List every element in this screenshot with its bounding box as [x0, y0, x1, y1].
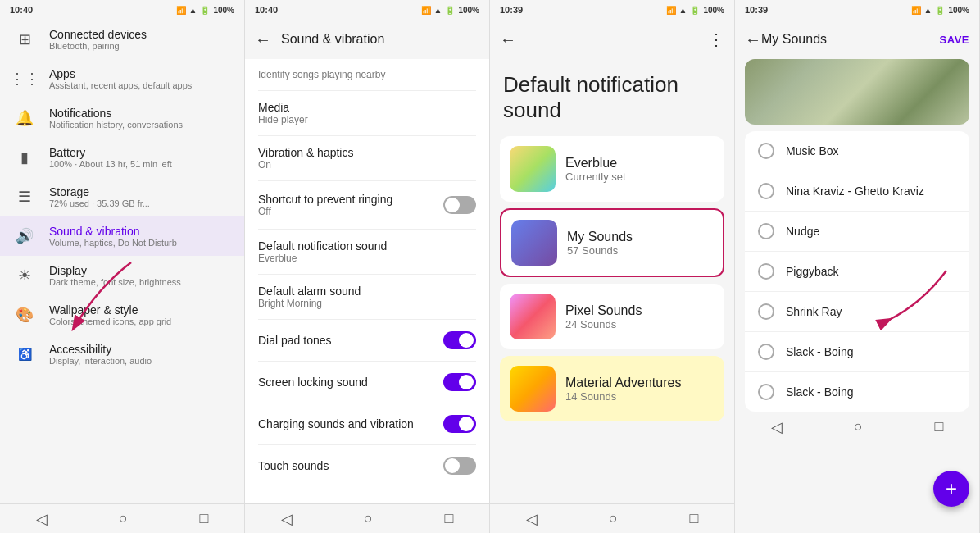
bottom-nav-1: ◁ ○ □ [0, 503, 244, 533]
touch-toggle[interactable] [443, 457, 476, 475]
radio-nudge[interactable] [758, 223, 774, 239]
nav-home-3[interactable]: ○ [609, 510, 618, 527]
connected-icon: ⊞ [13, 28, 36, 51]
radio-musicbox[interactable] [758, 143, 774, 159]
bottom-nav-4: ◁ ○ □ [735, 412, 979, 441]
wallpaper-title: Wallpaper & style [49, 303, 171, 317]
signal-icon: ▲ [189, 6, 197, 15]
ninakraviz-name: Nina Kraviz - Ghetto Kraviz [786, 184, 924, 198]
battery-icon-4: 🔋 [935, 6, 945, 15]
dialpad-item[interactable]: Dial pad tones [245, 320, 489, 361]
settings-item-battery[interactable]: ▮ Battery 100% · About 13 hr, 51 min lef… [0, 138, 244, 177]
sounds-list: Music Box Nina Kraviz - Ghetto Kraviz Nu… [745, 131, 969, 412]
default-alarm-item[interactable]: Default alarm sound Bright Morning [245, 275, 489, 319]
nav-recents-3[interactable]: □ [689, 510, 698, 527]
vibration-label: Vibration & haptics [258, 146, 476, 159]
back-button-4[interactable]: ← [745, 30, 761, 49]
dialpad-label: Dial pad tones [258, 334, 332, 347]
charging-toggle[interactable] [443, 415, 476, 433]
back-button-2[interactable]: ← [255, 30, 271, 49]
charging-label: Charging sounds and vibration [258, 417, 414, 430]
charging-item[interactable]: Charging sounds and vibration [245, 403, 489, 444]
nav-back-4[interactable]: ◁ [771, 418, 783, 436]
signal-icon-2: ▲ [434, 6, 442, 15]
radio-ninakraviz[interactable] [758, 183, 774, 199]
notif-sub: Notification history, conversations [49, 120, 183, 130]
settings-panel: 10:40 📶 ▲ 🔋 100% ⊞ Connected devices Blu… [0, 0, 245, 533]
display-icon: ☀ [13, 264, 36, 287]
vibration-haptics-item[interactable]: Vibration & haptics On [245, 136, 489, 180]
radio-slackboing1[interactable] [758, 344, 774, 360]
more-options-icon[interactable]: ⋮ [708, 30, 724, 49]
settings-item-connected[interactable]: ⊞ Connected devices Bluetooth, pairing [0, 20, 244, 59]
storage-sub: 72% used · 35.39 GB fr... [49, 198, 150, 208]
sound-card-mysounds[interactable]: My Sounds 57 Sounds [500, 208, 724, 277]
radio-piggyback[interactable] [758, 263, 774, 280]
battery-list-icon: ▮ [13, 146, 36, 169]
settings-item-display[interactable]: ☀ Display Dark theme, font size, brightn… [0, 256, 244, 295]
media-sub: Hide player [258, 114, 476, 125]
nav-recents-4[interactable]: □ [934, 418, 943, 435]
signal-icon-3: ▲ [679, 6, 687, 15]
nav-back-1[interactable]: ◁ [36, 510, 48, 528]
back-button-3[interactable]: ← [500, 30, 516, 49]
storage-title: Storage [49, 185, 150, 198]
sound-settings-content: Identify songs playing nearby Media Hide… [245, 59, 489, 503]
nav-recents-2[interactable]: □ [444, 510, 453, 527]
save-button[interactable]: SAVE [940, 34, 969, 46]
notifications-icon: 🔔 [13, 107, 36, 130]
status-bar-1: 10:40 📶 ▲ 🔋 100% [0, 0, 244, 20]
nav-back-3[interactable]: ◁ [526, 510, 538, 528]
settings-item-storage[interactable]: ☰ Storage 72% used · 35.39 GB fr... [0, 177, 244, 216]
nav-home-2[interactable]: ○ [364, 510, 373, 527]
pixel-sub: 24 Sounds [565, 318, 642, 330]
sound-icon: 🔊 [13, 225, 36, 248]
default-notif-label: Default notification sound [258, 239, 476, 253]
settings-item-wallpaper[interactable]: 🎨 Wallpaper & style Colors, themed icons… [0, 295, 244, 335]
default-notif-item[interactable]: Default notification sound Everblue [245, 230, 489, 274]
screen-lock-toggle[interactable] [443, 373, 476, 391]
sound-item-nudge[interactable]: Nudge [745, 212, 969, 252]
accessibility-icon: ♿ [13, 343, 36, 366]
sound-item-ninakraviz[interactable]: Nina Kraviz - Ghetto Kraviz [745, 171, 969, 212]
sound-sub: Volume, haptics, Do Not Disturb [49, 238, 177, 248]
battery-title: Battery [49, 146, 172, 159]
fab-add-button[interactable]: + [933, 471, 969, 507]
media-item[interactable]: Media Hide player [245, 91, 489, 135]
wallpaper-sub: Colors, themed icons, app grid [49, 317, 171, 326]
settings-item-accessibility[interactable]: ♿ Accessibility Display, interaction, au… [0, 335, 244, 374]
status-bar-3: 10:39 📶 ▲ 🔋 100% [490, 0, 734, 20]
sound-item-musicbox[interactable]: Music Box [745, 131, 969, 171]
dialpad-toggle[interactable] [443, 331, 476, 349]
shortcut-toggle[interactable] [443, 196, 476, 214]
sound-card-material[interactable]: Material Adventures 14 Sounds [500, 356, 724, 421]
touch-sounds-item[interactable]: Touch sounds [245, 445, 489, 486]
settings-item-sound[interactable]: 🔊 Sound & vibration Volume, haptics, Do … [0, 216, 244, 256]
shrinkray-name: Shrink Ray [786, 305, 842, 318]
sound-card-everblue[interactable]: Everblue Currently set [500, 136, 724, 202]
signal-icon-4: ▲ [924, 6, 932, 15]
material-thumb [510, 366, 556, 412]
apps-icon: ⋮⋮ [13, 67, 36, 90]
radio-slackboing2[interactable] [758, 384, 774, 400]
shortcut-label: Shortcut to prevent ringing [258, 193, 392, 206]
shortcut-ring-item[interactable]: Shortcut to prevent ringing Off [245, 181, 489, 229]
sound-item-slackboing2[interactable]: Slack - Boing [745, 372, 969, 412]
sound-item-piggyback[interactable]: Piggyback [745, 252, 969, 292]
screen-lock-item[interactable]: Screen locking sound [245, 362, 489, 403]
sound-item-shrinkray[interactable]: Shrink Ray [745, 292, 969, 332]
nudge-name: Nudge [786, 225, 819, 238]
nav-home-1[interactable]: ○ [119, 510, 128, 527]
material-name: Material Adventures [565, 376, 681, 390]
sound-item-slackboing1[interactable]: Slack - Boing [745, 332, 969, 372]
nav-home-4[interactable]: ○ [854, 418, 863, 435]
nav-back-2[interactable]: ◁ [281, 510, 293, 528]
settings-item-apps[interactable]: ⋮⋮ Apps Assistant, recent apps, default … [0, 59, 244, 98]
settings-item-notifications[interactable]: 🔔 Notifications Notification history, co… [0, 98, 244, 138]
nav-recents-1[interactable]: □ [199, 510, 208, 527]
sound-card-pixel[interactable]: Pixel Sounds 24 Sounds [500, 284, 724, 349]
identify-songs-item[interactable]: Identify songs playing nearby [245, 59, 489, 90]
radio-shrinkray[interactable] [758, 303, 774, 320]
time-4: 10:39 [745, 5, 768, 15]
mysounds-sub: 57 Sounds [567, 244, 633, 257]
